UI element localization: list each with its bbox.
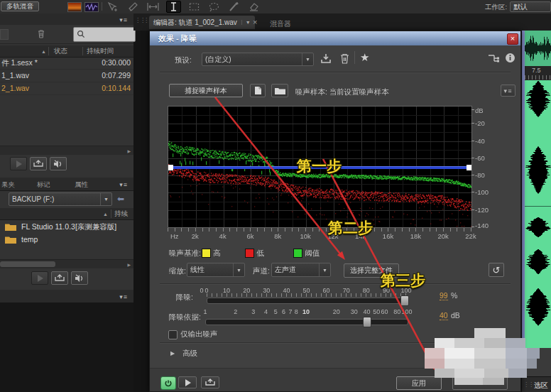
- slip-tool-icon[interactable]: [146, 1, 160, 12]
- col-divider: [48, 47, 49, 55]
- loop-playback-button[interactable]: [51, 271, 68, 285]
- x-tick-label: 8k: [274, 232, 281, 240]
- selection-status-label[interactable]: 选区: [534, 381, 548, 391]
- col-status[interactable]: 状态: [54, 47, 67, 56]
- sort-asc-icon[interactable]: ▲: [103, 212, 108, 217]
- preview-play-button[interactable]: [178, 376, 197, 388]
- tab-properties[interactable]: 属性: [75, 180, 88, 190]
- panel-menu-icon[interactable]: ▾≡: [119, 16, 128, 23]
- apply-button[interactable]: 应用: [396, 376, 442, 390]
- browser-table-header: ▲ 持续: [0, 208, 133, 220]
- workspace-dropdown[interactable]: 默认: [510, 1, 551, 12]
- rb-scale-number: 60: [381, 308, 388, 315]
- reset-button[interactable]: ↺: [489, 263, 504, 277]
- output-noise-only-checkbox[interactable]: [168, 330, 178, 339]
- move-tool-icon[interactable]: [107, 1, 120, 12]
- rb-slider-handle[interactable]: [363, 317, 371, 327]
- browser-hscrollbar[interactable]: ▶: [0, 259, 133, 268]
- sort-asc-icon[interactable]: ▲: [41, 49, 46, 54]
- browser-tabs-bar: 果夹 标记 属性 ▾≡: [0, 178, 133, 191]
- loop-playback-button[interactable]: [30, 157, 47, 170]
- table-row[interactable]: 2_1.wav0:10.144: [0, 82, 133, 95]
- dialog-close-button[interactable]: ×: [507, 33, 518, 45]
- waveform-overview[interactable]: [525, 31, 551, 66]
- separator: [160, 283, 511, 285]
- dialog-title: 效果 - 降噪: [158, 33, 197, 44]
- tab-mixer[interactable]: 混音器: [270, 19, 291, 29]
- rb-scale-number: 100: [401, 308, 412, 315]
- nr-slider-handle[interactable]: [400, 295, 409, 306]
- brush-tool-icon[interactable]: [227, 1, 241, 12]
- scale-dropdown[interactable]: 线性 ▼: [187, 263, 245, 277]
- info-icon[interactable]: [505, 53, 515, 63]
- col-duration[interactable]: 持续时间: [87, 47, 114, 56]
- table-row[interactable]: 1_1.wav0:07.299: [0, 70, 133, 82]
- timeline-ruler[interactable]: 7.5: [525, 66, 551, 81]
- rb-scale-number: 7: [288, 308, 292, 315]
- rb-value[interactable]: 40: [440, 311, 448, 320]
- tab-editor[interactable]: 编辑器: 轨道 1_002_1.wav ▼: [149, 16, 255, 29]
- dialog-titlebar[interactable]: 效果 - 降噪 ×: [150, 31, 520, 45]
- razor-tool-icon[interactable]: [126, 1, 140, 12]
- list-item[interactable]: temp: [0, 233, 133, 246]
- scale-value: 线性: [190, 265, 204, 275]
- time-selection-tool-icon[interactable]: [166, 1, 181, 13]
- spectral-view-icon[interactable]: [67, 2, 82, 12]
- capture-noise-print-button[interactable]: 捕捉噪声样本: [169, 84, 243, 97]
- multitrack-button[interactable]: 多轨混音: [1, 1, 39, 11]
- panel-menu-icon[interactable]: ▾≡: [119, 293, 128, 300]
- waveform-view-icon[interactable]: [84, 2, 99, 12]
- disclosure-triangle-icon[interactable]: ▶: [170, 350, 175, 356]
- tab-folders[interactable]: 果夹: [1, 180, 15, 190]
- play-button[interactable]: [10, 157, 27, 170]
- files-table-header: ▲ 状态 持续时间: [0, 45, 133, 58]
- x-axis-ticks: [168, 228, 471, 232]
- graph-menu-button[interactable]: ▾≡: [501, 85, 515, 97]
- rb-scale-number: 10: [302, 308, 310, 315]
- table-row[interactable]: 件 1.sesx *0:30.000: [0, 57, 133, 70]
- y-tick-label: dB: [475, 107, 484, 114]
- delete-preset-icon[interactable]: [340, 53, 349, 64]
- nr-slider-track[interactable]: [207, 298, 408, 304]
- auto-play-speaker-button[interactable]: [71, 271, 88, 285]
- loop-preview-button[interactable]: [201, 376, 219, 388]
- file-list: 件 1.sesx *0:30.0001_1.wav0:07.2992_1.wav…: [0, 57, 133, 95]
- tab-markers[interactable]: 标记: [37, 180, 50, 190]
- tab-close-icon[interactable]: ×: [253, 18, 257, 26]
- rb-scale-number: 20: [333, 308, 340, 315]
- auto-play-speaker-button[interactable]: [50, 157, 67, 170]
- trash-icon[interactable]: [37, 29, 45, 38]
- advanced-label[interactable]: 高级: [182, 349, 197, 359]
- col-duration[interactable]: 持续: [114, 209, 128, 219]
- marquee-tool-icon[interactable]: [187, 1, 201, 12]
- rb-slider-track[interactable]: [205, 319, 408, 325]
- scroll-thumb[interactable]: [0, 261, 55, 267]
- panel-menu-icon[interactable]: ▾≡: [119, 181, 128, 188]
- back-arrow-icon[interactable]: ⬅: [117, 194, 124, 204]
- nr-value[interactable]: 99: [440, 291, 448, 300]
- channel-dropdown[interactable]: 左声道 ▼: [271, 263, 331, 277]
- load-noise-print-file-icon[interactable]: [250, 84, 266, 97]
- lasso-tool-icon[interactable]: [207, 1, 221, 12]
- waveform-display[interactable]: [525, 80, 551, 348]
- files-hscrollbar[interactable]: ▶: [0, 146, 133, 155]
- panel-grip[interactable]: ⋮⋮: [523, 381, 533, 388]
- effect-power-toggle[interactable]: [160, 376, 176, 390]
- scroll-right-arrow-icon[interactable]: ▶: [127, 262, 131, 267]
- list-item[interactable]: FL Studio 11.0.3[亲测兼容版]: [0, 220, 133, 233]
- preset-dropdown[interactable]: (自定义) ▼: [202, 53, 314, 66]
- drive-dropdown[interactable]: BACKUP (F:) ▼: [9, 192, 112, 206]
- scroll-right-arrow-icon[interactable]: ▶: [127, 148, 131, 153]
- favorite-star-icon[interactable]: ★: [360, 51, 369, 64]
- save-preset-icon[interactable]: [320, 53, 332, 64]
- search-input[interactable]: [73, 27, 136, 42]
- eraser-tool-icon[interactable]: [247, 1, 261, 12]
- io-routing-icon[interactable]: [488, 54, 499, 63]
- y-tick: [471, 175, 474, 175]
- save-noise-print-folder-icon[interactable]: [271, 84, 288, 97]
- chevron-down-icon[interactable]: ▼: [241, 20, 251, 25]
- legend-label: 噪声基准:: [169, 249, 201, 258]
- play-button[interactable]: [31, 271, 48, 285]
- status-bar: ⋮⋮ 选区: [522, 376, 551, 392]
- legend-low-swatch: [245, 249, 254, 258]
